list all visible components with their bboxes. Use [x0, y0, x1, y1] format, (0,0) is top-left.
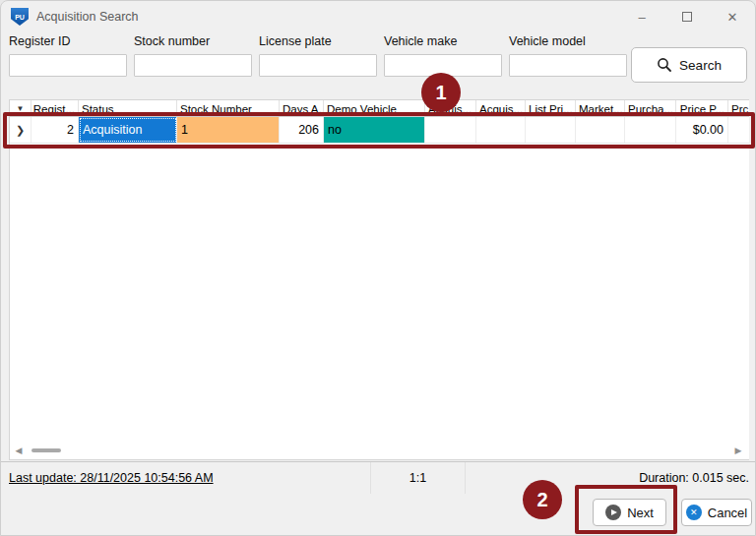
- grid-empty-area: [10, 144, 749, 442]
- next-play-icon: [605, 505, 621, 520]
- grid-cell[interactable]: [625, 117, 676, 143]
- next-button[interactable]: Next: [593, 499, 666, 526]
- column-header[interactable]: Market...: [576, 100, 625, 116]
- register-id-input[interactable]: [9, 54, 127, 77]
- column-header[interactable]: Regist...: [32, 100, 79, 116]
- column-header[interactable]: Stock Number: [177, 100, 280, 116]
- search-form: Register IDStock numberLicense plateVehi…: [9, 34, 627, 77]
- field-license-plate: License plate: [259, 34, 377, 77]
- search-button-label: Search: [679, 58, 722, 73]
- horizontal-scrollbar[interactable]: ◀ ▶: [10, 442, 749, 459]
- window-controls: – ✕: [619, 1, 755, 32]
- stock-number-input[interactable]: [134, 54, 252, 77]
- duration-label: Duration: 0.015 sec.: [639, 471, 749, 485]
- cancel-button-label: Cancel: [708, 506, 747, 520]
- scrollbar-thumb[interactable]: [32, 448, 61, 452]
- annotation-step-2: 2: [523, 480, 562, 519]
- next-button-label: Next: [627, 506, 654, 520]
- column-header[interactable]: Status: [79, 100, 177, 116]
- grid-cell[interactable]: [476, 117, 526, 143]
- vehicle-model-label: Vehicle model: [509, 34, 627, 48]
- column-header[interactable]: Demo Vehicle: [324, 100, 425, 116]
- row-indicator-icon[interactable]: ❯: [10, 117, 32, 143]
- status-bar: Last update: 28/11/2025 10:54:56 AM 1:1 …: [1, 461, 756, 494]
- minimize-icon: –: [638, 10, 645, 25]
- annotation-step-1: 1: [421, 73, 461, 112]
- results-grid: ▼Regist...StatusStock NumberDays A...Dem…: [9, 99, 749, 460]
- column-header[interactable]: Prc: [728, 100, 749, 116]
- app-icon: PU: [11, 8, 29, 26]
- cancel-button[interactable]: ✕ Cancel: [681, 499, 752, 526]
- window-title: Acquisition Search: [36, 10, 139, 24]
- column-header[interactable]: Price P...: [676, 100, 728, 116]
- grid-cell[interactable]: no: [324, 117, 425, 143]
- grid-cell[interactable]: [576, 117, 625, 143]
- last-update-link[interactable]: Last update: 28/11/2025 10:54:56 AM: [9, 471, 214, 485]
- license-plate-input[interactable]: [259, 54, 377, 77]
- vehicle-model-input[interactable]: [509, 54, 627, 77]
- field-register-id: Register ID: [9, 34, 127, 77]
- column-header[interactable]: List Pri...: [526, 100, 576, 116]
- field-vehicle-make: Vehicle make: [384, 34, 502, 77]
- license-plate-label: License plate: [259, 34, 377, 48]
- scroll-right-icon[interactable]: ▶: [729, 446, 747, 455]
- filter-icon[interactable]: ▼: [10, 100, 32, 116]
- search-icon: [657, 57, 672, 73]
- search-button[interactable]: Search: [631, 47, 747, 83]
- maximize-icon: [682, 12, 692, 22]
- grid-cell[interactable]: [728, 117, 749, 143]
- grid-cell[interactable]: $0.00: [676, 117, 728, 143]
- field-stock-number: Stock number: [134, 34, 252, 77]
- field-vehicle-model: Vehicle model: [509, 34, 627, 77]
- grid-cell[interactable]: 1: [177, 117, 280, 143]
- maximize-button[interactable]: [664, 1, 710, 32]
- close-icon: ✕: [727, 10, 738, 25]
- acquisition-search-window: PU Acquisition Search – ✕ Register IDSto…: [0, 0, 756, 536]
- close-button[interactable]: ✕: [710, 1, 755, 32]
- table-row[interactable]: ❯2Acquisition1206no$0.00: [10, 117, 749, 144]
- grid-cell[interactable]: Acquisition: [79, 117, 177, 143]
- minimize-button[interactable]: –: [619, 1, 664, 32]
- vehicle-make-label: Vehicle make: [384, 34, 502, 48]
- register-id-label: Register ID: [9, 34, 127, 48]
- grid-cell[interactable]: 2: [32, 117, 79, 143]
- grid-header: ▼Regist...StatusStock NumberDays A...Dem…: [10, 100, 749, 117]
- record-position: 1:1: [410, 471, 426, 485]
- scroll-left-icon[interactable]: ◀: [10, 446, 28, 455]
- grid-cell[interactable]: [526, 117, 576, 143]
- column-header[interactable]: Days A...: [280, 100, 324, 116]
- column-header[interactable]: Acquis...: [476, 100, 526, 116]
- grid-cell[interactable]: 206: [280, 117, 324, 143]
- stock-number-label: Stock number: [134, 34, 252, 48]
- grid-cell[interactable]: [425, 117, 476, 143]
- cancel-x-icon: ✕: [686, 505, 702, 520]
- title-bar: PU Acquisition Search – ✕: [1, 1, 755, 32]
- column-header[interactable]: Purcha...: [625, 100, 676, 116]
